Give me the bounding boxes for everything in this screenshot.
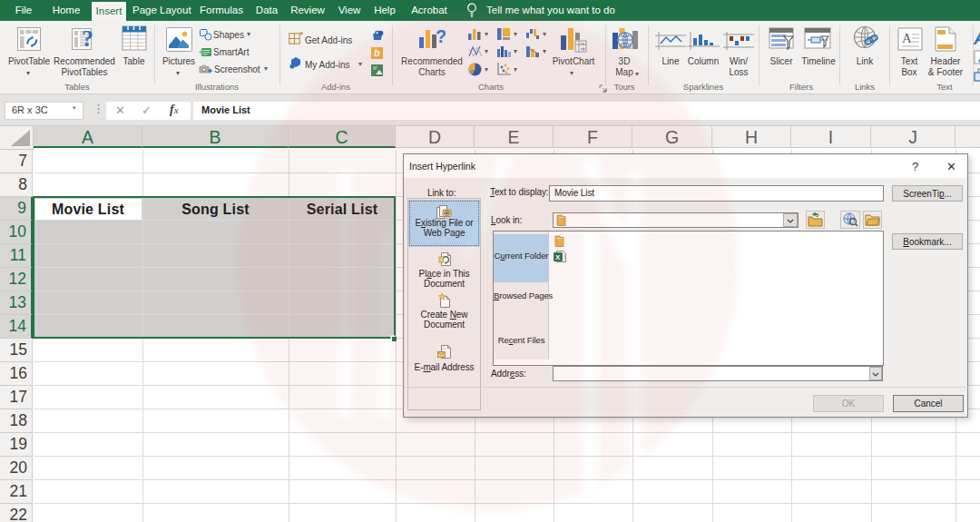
svg-text:?: ?: [82, 26, 93, 52]
svg-text:X: X: [555, 253, 561, 261]
svg-text:5: 5: [816, 212, 819, 218]
svg-text:?: ?: [436, 26, 446, 46]
svg-text:A: A: [902, 31, 912, 45]
